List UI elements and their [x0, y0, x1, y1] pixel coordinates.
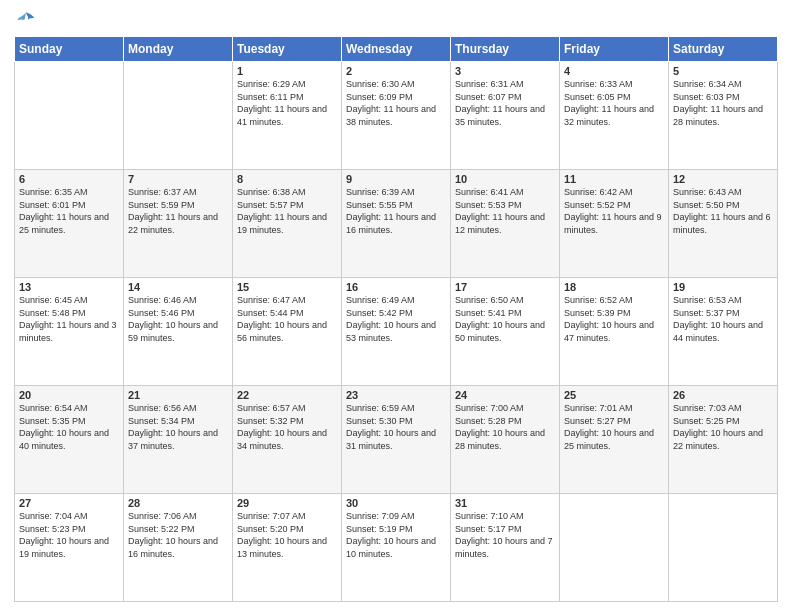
calendar-cell: 28Sunrise: 7:06 AM Sunset: 5:22 PM Dayli…: [124, 494, 233, 602]
day-info: Sunrise: 6:33 AM Sunset: 6:05 PM Dayligh…: [564, 78, 664, 128]
day-number: 30: [346, 497, 446, 509]
day-number: 27: [19, 497, 119, 509]
weekday-header-tuesday: Tuesday: [233, 37, 342, 62]
day-info: Sunrise: 6:38 AM Sunset: 5:57 PM Dayligh…: [237, 186, 337, 236]
day-info: Sunrise: 6:52 AM Sunset: 5:39 PM Dayligh…: [564, 294, 664, 344]
weekday-header-row: SundayMondayTuesdayWednesdayThursdayFrid…: [15, 37, 778, 62]
calendar-cell: 11Sunrise: 6:42 AM Sunset: 5:52 PM Dayli…: [560, 170, 669, 278]
calendar-cell: 29Sunrise: 7:07 AM Sunset: 5:20 PM Dayli…: [233, 494, 342, 602]
day-info: Sunrise: 7:03 AM Sunset: 5:25 PM Dayligh…: [673, 402, 773, 452]
week-row-1: 6Sunrise: 6:35 AM Sunset: 6:01 PM Daylig…: [15, 170, 778, 278]
day-number: 4: [564, 65, 664, 77]
day-info: Sunrise: 6:50 AM Sunset: 5:41 PM Dayligh…: [455, 294, 555, 344]
calendar-cell: 15Sunrise: 6:47 AM Sunset: 5:44 PM Dayli…: [233, 278, 342, 386]
calendar-cell: 9Sunrise: 6:39 AM Sunset: 5:55 PM Daylig…: [342, 170, 451, 278]
calendar-cell: 17Sunrise: 6:50 AM Sunset: 5:41 PM Dayli…: [451, 278, 560, 386]
day-number: 1: [237, 65, 337, 77]
calendar-cell: 30Sunrise: 7:09 AM Sunset: 5:19 PM Dayli…: [342, 494, 451, 602]
day-number: 29: [237, 497, 337, 509]
week-row-4: 27Sunrise: 7:04 AM Sunset: 5:23 PM Dayli…: [15, 494, 778, 602]
logo: [14, 10, 36, 30]
day-number: 14: [128, 281, 228, 293]
logo-bird-icon: [16, 10, 36, 30]
calendar-cell: 8Sunrise: 6:38 AM Sunset: 5:57 PM Daylig…: [233, 170, 342, 278]
calendar-cell: [560, 494, 669, 602]
weekday-header-thursday: Thursday: [451, 37, 560, 62]
weekday-header-friday: Friday: [560, 37, 669, 62]
calendar-cell: [15, 62, 124, 170]
calendar-cell: 7Sunrise: 6:37 AM Sunset: 5:59 PM Daylig…: [124, 170, 233, 278]
calendar-cell: 13Sunrise: 6:45 AM Sunset: 5:48 PM Dayli…: [15, 278, 124, 386]
day-number: 5: [673, 65, 773, 77]
day-number: 15: [237, 281, 337, 293]
day-number: 26: [673, 389, 773, 401]
calendar-cell: 24Sunrise: 7:00 AM Sunset: 5:28 PM Dayli…: [451, 386, 560, 494]
day-number: 23: [346, 389, 446, 401]
day-number: 12: [673, 173, 773, 185]
calendar-cell: 6Sunrise: 6:35 AM Sunset: 6:01 PM Daylig…: [15, 170, 124, 278]
day-number: 16: [346, 281, 446, 293]
day-info: Sunrise: 6:46 AM Sunset: 5:46 PM Dayligh…: [128, 294, 228, 344]
day-number: 18: [564, 281, 664, 293]
calendar-cell: 5Sunrise: 6:34 AM Sunset: 6:03 PM Daylig…: [669, 62, 778, 170]
week-row-0: 1Sunrise: 6:29 AM Sunset: 6:11 PM Daylig…: [15, 62, 778, 170]
day-info: Sunrise: 7:00 AM Sunset: 5:28 PM Dayligh…: [455, 402, 555, 452]
calendar-cell: 18Sunrise: 6:52 AM Sunset: 5:39 PM Dayli…: [560, 278, 669, 386]
day-info: Sunrise: 7:06 AM Sunset: 5:22 PM Dayligh…: [128, 510, 228, 560]
day-info: Sunrise: 6:47 AM Sunset: 5:44 PM Dayligh…: [237, 294, 337, 344]
day-number: 25: [564, 389, 664, 401]
day-number: 7: [128, 173, 228, 185]
weekday-header-monday: Monday: [124, 37, 233, 62]
calendar-cell: 2Sunrise: 6:30 AM Sunset: 6:09 PM Daylig…: [342, 62, 451, 170]
day-number: 9: [346, 173, 446, 185]
day-info: Sunrise: 6:42 AM Sunset: 5:52 PM Dayligh…: [564, 186, 664, 236]
day-number: 11: [564, 173, 664, 185]
week-row-2: 13Sunrise: 6:45 AM Sunset: 5:48 PM Dayli…: [15, 278, 778, 386]
day-number: 2: [346, 65, 446, 77]
calendar-cell: 4Sunrise: 6:33 AM Sunset: 6:05 PM Daylig…: [560, 62, 669, 170]
day-info: Sunrise: 6:31 AM Sunset: 6:07 PM Dayligh…: [455, 78, 555, 128]
weekday-header-saturday: Saturday: [669, 37, 778, 62]
day-number: 24: [455, 389, 555, 401]
calendar-table: SundayMondayTuesdayWednesdayThursdayFrid…: [14, 36, 778, 602]
day-number: 3: [455, 65, 555, 77]
weekday-header-sunday: Sunday: [15, 37, 124, 62]
day-info: Sunrise: 6:43 AM Sunset: 5:50 PM Dayligh…: [673, 186, 773, 236]
calendar-cell: 20Sunrise: 6:54 AM Sunset: 5:35 PM Dayli…: [15, 386, 124, 494]
weekday-header-wednesday: Wednesday: [342, 37, 451, 62]
day-number: 28: [128, 497, 228, 509]
day-number: 17: [455, 281, 555, 293]
calendar-cell: 16Sunrise: 6:49 AM Sunset: 5:42 PM Dayli…: [342, 278, 451, 386]
calendar-cell: 31Sunrise: 7:10 AM Sunset: 5:17 PM Dayli…: [451, 494, 560, 602]
day-info: Sunrise: 7:09 AM Sunset: 5:19 PM Dayligh…: [346, 510, 446, 560]
day-number: 21: [128, 389, 228, 401]
day-info: Sunrise: 7:10 AM Sunset: 5:17 PM Dayligh…: [455, 510, 555, 560]
day-number: 22: [237, 389, 337, 401]
calendar-cell: 14Sunrise: 6:46 AM Sunset: 5:46 PM Dayli…: [124, 278, 233, 386]
day-info: Sunrise: 6:39 AM Sunset: 5:55 PM Dayligh…: [346, 186, 446, 236]
day-info: Sunrise: 6:59 AM Sunset: 5:30 PM Dayligh…: [346, 402, 446, 452]
day-info: Sunrise: 6:45 AM Sunset: 5:48 PM Dayligh…: [19, 294, 119, 344]
day-info: Sunrise: 7:07 AM Sunset: 5:20 PM Dayligh…: [237, 510, 337, 560]
header: [14, 10, 778, 30]
day-number: 19: [673, 281, 773, 293]
day-info: Sunrise: 6:35 AM Sunset: 6:01 PM Dayligh…: [19, 186, 119, 236]
day-number: 8: [237, 173, 337, 185]
day-number: 6: [19, 173, 119, 185]
day-number: 20: [19, 389, 119, 401]
day-number: 31: [455, 497, 555, 509]
day-info: Sunrise: 6:41 AM Sunset: 5:53 PM Dayligh…: [455, 186, 555, 236]
page: SundayMondayTuesdayWednesdayThursdayFrid…: [0, 0, 792, 612]
day-info: Sunrise: 7:01 AM Sunset: 5:27 PM Dayligh…: [564, 402, 664, 452]
calendar-cell: 22Sunrise: 6:57 AM Sunset: 5:32 PM Dayli…: [233, 386, 342, 494]
calendar-cell: 1Sunrise: 6:29 AM Sunset: 6:11 PM Daylig…: [233, 62, 342, 170]
calendar-cell: 26Sunrise: 7:03 AM Sunset: 5:25 PM Dayli…: [669, 386, 778, 494]
calendar-cell: 21Sunrise: 6:56 AM Sunset: 5:34 PM Dayli…: [124, 386, 233, 494]
day-number: 10: [455, 173, 555, 185]
calendar-cell: [124, 62, 233, 170]
day-number: 13: [19, 281, 119, 293]
day-info: Sunrise: 6:37 AM Sunset: 5:59 PM Dayligh…: [128, 186, 228, 236]
day-info: Sunrise: 6:56 AM Sunset: 5:34 PM Dayligh…: [128, 402, 228, 452]
day-info: Sunrise: 6:53 AM Sunset: 5:37 PM Dayligh…: [673, 294, 773, 344]
calendar-cell: 3Sunrise: 6:31 AM Sunset: 6:07 PM Daylig…: [451, 62, 560, 170]
